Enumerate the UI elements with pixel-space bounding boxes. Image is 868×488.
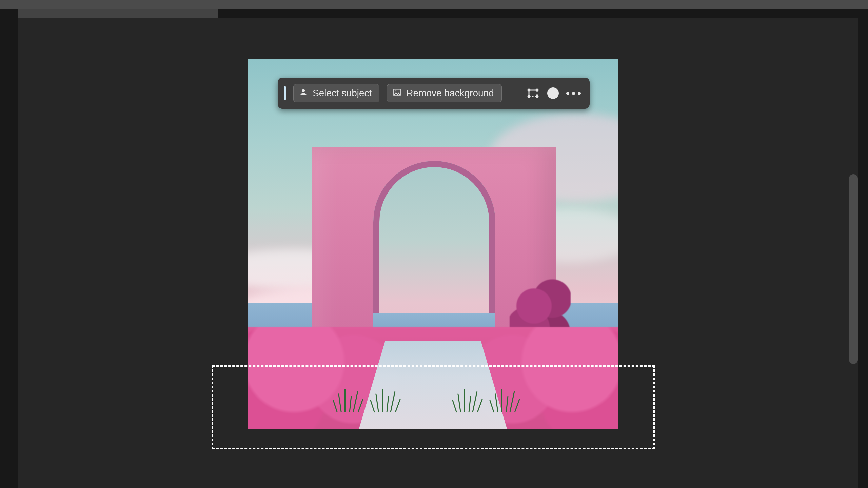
- svg-point-1: [528, 89, 530, 91]
- svg-point-3: [528, 95, 530, 97]
- remove-background-label: Remove background: [406, 88, 494, 99]
- svg-point-4: [536, 95, 538, 97]
- mask-circle-icon[interactable]: [547, 87, 559, 99]
- select-subject-button[interactable]: Select subject: [293, 84, 379, 102]
- remove-background-button[interactable]: Remove background: [387, 84, 501, 102]
- person-icon: [299, 88, 308, 99]
- vertical-scrollbar[interactable]: [849, 174, 858, 364]
- grass-tuft: [370, 389, 407, 412]
- grass-tuft: [452, 389, 489, 412]
- select-subject-label: Select subject: [313, 88, 372, 99]
- image-layer[interactable]: [248, 59, 618, 429]
- grass-tuft: [489, 389, 527, 412]
- svg-point-0: [395, 90, 396, 92]
- more-icon[interactable]: [566, 92, 581, 95]
- grass-tuft: [333, 389, 370, 412]
- taskbar-accent-handle[interactable]: [284, 86, 286, 100]
- svg-point-2: [536, 89, 538, 91]
- transform-icon[interactable]: [526, 86, 540, 100]
- app-title-bar: [0, 0, 868, 9]
- contextual-taskbar[interactable]: Select subject Remove background: [278, 78, 590, 109]
- document-tab[interactable]: [18, 9, 218, 18]
- image-icon: [393, 88, 401, 99]
